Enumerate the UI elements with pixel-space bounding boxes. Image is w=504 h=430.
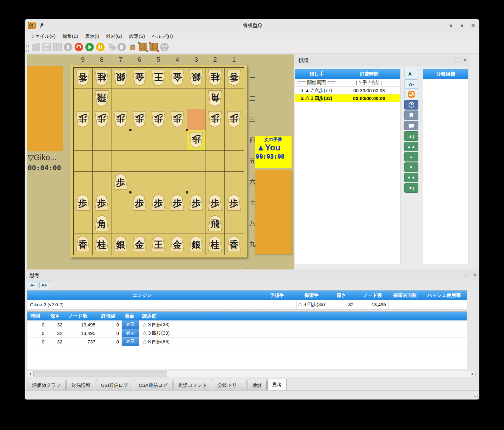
square-7-8[interactable] xyxy=(111,213,130,234)
square-9-8[interactable] xyxy=(74,213,93,234)
tab-思考[interactable]: 思考 xyxy=(267,379,287,390)
float-panel-icon[interactable] xyxy=(455,58,459,62)
scrollbar-thumb[interactable] xyxy=(33,371,167,376)
kifu-move-row[interactable]: 1 ▲７六歩(77)00:33/00:00:33 xyxy=(295,87,400,94)
tab-CSA通信ログ[interactable]: CSA通信ログ xyxy=(134,380,173,390)
square-1-2[interactable] xyxy=(225,88,244,109)
square-7-2[interactable] xyxy=(111,88,130,109)
square-4-5[interactable] xyxy=(168,151,187,172)
log-clock-button[interactable] xyxy=(105,42,116,53)
tab-棋譜コメント[interactable]: 棋譜コメント xyxy=(173,380,212,390)
square-7-4[interactable] xyxy=(111,130,130,151)
minimize-button[interactable]: ∨ xyxy=(449,22,453,29)
toolbar-grip[interactable] xyxy=(26,42,29,52)
piece-button[interactable] xyxy=(116,42,127,53)
board-edit-button[interactable] xyxy=(52,42,63,53)
tab-対局情報[interactable]: 対局情報 xyxy=(66,380,95,390)
close-panel-icon[interactable]: ✕ xyxy=(463,58,467,62)
kifu-move-row[interactable]: === 開始局面 ===（１手 / 合計） xyxy=(295,79,400,87)
square-9-4[interactable] xyxy=(74,130,93,151)
board-reduce-button[interactable] xyxy=(148,42,159,53)
horizontal-scrollbar[interactable] xyxy=(27,371,476,377)
scroll-right-arrow-icon[interactable] xyxy=(470,371,475,377)
menu-item-5[interactable]: ヘルプ(H) xyxy=(148,32,176,40)
show-board-button[interactable]: 表示 xyxy=(122,337,139,346)
square-5-5[interactable] xyxy=(149,151,168,172)
save-kifu-button[interactable] xyxy=(41,42,52,53)
tab-USI通信ログ[interactable]: USI通信ログ xyxy=(96,380,133,390)
menu-item-3[interactable]: 対局(G) xyxy=(103,32,126,40)
back-one-button[interactable]: ▲ xyxy=(404,152,418,161)
shogi-board[interactable]: 香桂銀金王金銀桂香飛角歩歩歩歩歩歩歩歩歩歩歩歩歩歩歩歩歩歩角飛香桂銀金王金銀桂香 xyxy=(70,65,247,257)
square-2-4[interactable] xyxy=(206,130,225,151)
square-3-6[interactable] xyxy=(187,172,206,192)
resign-button[interactable] xyxy=(63,42,73,53)
square-7-7[interactable] xyxy=(111,192,130,213)
board-enlarge-button[interactable] xyxy=(138,42,148,53)
resize-grip[interactable] xyxy=(473,394,478,399)
font-decrease-button[interactable]: A- xyxy=(28,281,37,289)
menu-item-0[interactable]: ファイル(F) xyxy=(27,32,59,40)
show-board-button[interactable]: 表示 xyxy=(122,320,139,329)
menu-item-2[interactable]: 表示(I) xyxy=(82,32,103,40)
new-kifu-button[interactable] xyxy=(31,42,41,53)
square-5-6[interactable] xyxy=(149,172,168,192)
close-panel-icon[interactable]: ✕ xyxy=(473,273,477,277)
square-8-4[interactable] xyxy=(93,130,111,151)
square-3-5[interactable] xyxy=(187,151,206,172)
back-ten-button[interactable]: ▲▲ xyxy=(404,142,418,151)
square-3-8[interactable] xyxy=(187,213,206,234)
board-fit-button[interactable] xyxy=(127,42,138,53)
forward-one-button[interactable]: ▼ xyxy=(404,162,418,172)
square-1-5[interactable] xyxy=(225,151,244,172)
bookmark-button[interactable] xyxy=(404,110,418,120)
square-3-2[interactable] xyxy=(187,88,206,109)
tab-検討[interactable]: 検討 xyxy=(247,380,267,390)
menu-item-4[interactable]: 設定(S) xyxy=(126,32,148,40)
square-1-8[interactable] xyxy=(225,213,244,234)
font-increase-button[interactable]: A+ xyxy=(39,281,49,289)
font-decrease-button[interactable]: A- xyxy=(404,79,418,89)
maximize-button[interactable]: ∧ xyxy=(460,22,464,29)
square-2-6[interactable] xyxy=(206,172,225,192)
square-5-8[interactable] xyxy=(149,213,168,234)
forward-ten-button[interactable]: ▼▼ xyxy=(404,173,418,182)
face-button[interactable] xyxy=(159,42,170,53)
float-panel-icon[interactable] xyxy=(465,273,469,277)
tab-評価値グラフ[interactable]: 評価値グラフ xyxy=(27,380,66,390)
square-2-5[interactable] xyxy=(206,151,225,172)
square-4-4[interactable] xyxy=(168,130,187,151)
show-board-button[interactable]: 表示 xyxy=(122,329,139,337)
square-8-6[interactable] xyxy=(93,172,111,192)
gote-piece-stand[interactable] xyxy=(27,66,63,151)
square-1-4[interactable] xyxy=(225,130,244,151)
square-5-2[interactable] xyxy=(149,88,168,109)
start-game-button[interactable] xyxy=(84,42,95,53)
scroll-left-arrow-icon[interactable] xyxy=(27,371,33,377)
pause-button[interactable] xyxy=(95,42,105,53)
square-6-5[interactable] xyxy=(130,151,149,172)
square-8-5[interactable] xyxy=(93,151,111,172)
clock-display-button[interactable] xyxy=(404,100,418,110)
font-increase-button[interactable]: A+ xyxy=(404,69,418,78)
close-button[interactable]: ✕ xyxy=(471,22,475,29)
square-9-2[interactable] xyxy=(74,88,93,109)
tab-分岐ツリー[interactable]: 分岐ツリー xyxy=(213,380,247,390)
go-last-button[interactable]: ▼| xyxy=(404,183,418,193)
square-9-6[interactable] xyxy=(74,172,93,192)
square-4-6[interactable] xyxy=(168,172,187,192)
square-3-3[interactable] xyxy=(187,109,206,130)
square-6-8[interactable] xyxy=(130,213,149,234)
square-1-6[interactable] xyxy=(225,172,244,192)
square-6-2[interactable] xyxy=(130,88,149,109)
square-6-4[interactable] xyxy=(130,130,149,151)
sente-piece-stand[interactable] xyxy=(255,170,292,254)
square-6-6[interactable] xyxy=(130,172,149,192)
record-button[interactable] xyxy=(73,42,84,53)
square-5-4[interactable] xyxy=(149,130,168,151)
bookmark-list-button[interactable] xyxy=(404,90,418,99)
square-4-8[interactable] xyxy=(168,213,187,234)
panel-splitter[interactable] xyxy=(245,268,258,269)
menu-item-1[interactable]: 編集(E) xyxy=(59,32,82,40)
square-9-5[interactable] xyxy=(74,151,93,172)
